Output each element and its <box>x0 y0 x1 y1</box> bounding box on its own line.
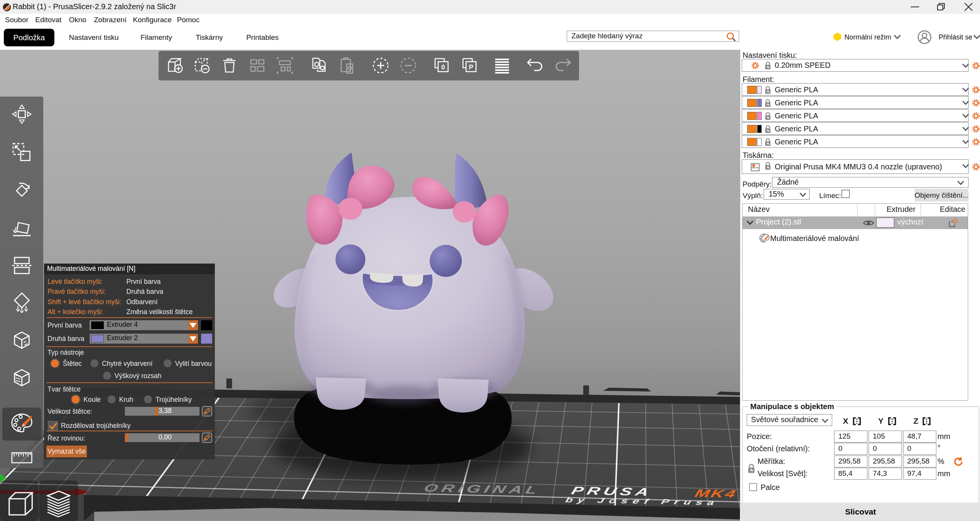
svg-text:ORIGINAL: ORIGINAL <box>422 482 542 496</box>
svg-text:MK4: MK4 <box>693 487 738 500</box>
svg-text:P: P <box>469 64 473 71</box>
svg-text:0: 0 <box>441 64 445 71</box>
